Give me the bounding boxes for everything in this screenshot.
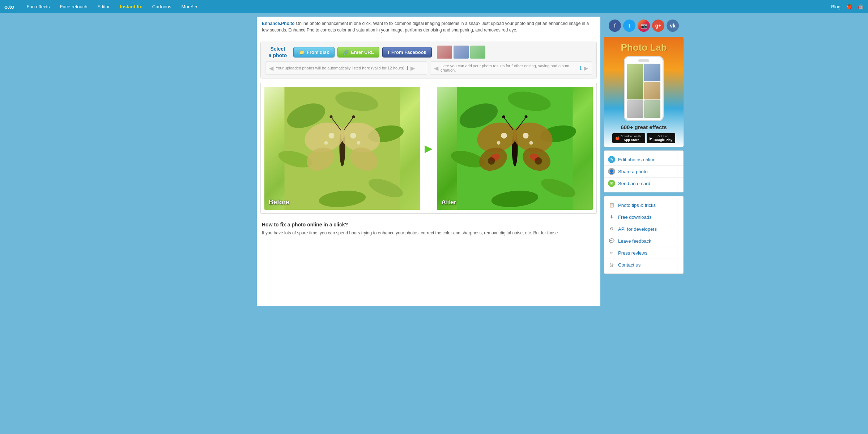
before-butterfly-svg	[264, 87, 420, 210]
hint-results-next-icon[interactable]: ▶	[584, 65, 588, 72]
top-navigation: o.to Fun effects Face retouch Editor Ins…	[0, 0, 868, 13]
how-to-text: If you have lots of spare time, you can …	[262, 230, 595, 237]
nav-item-instant-fix[interactable]: Instant fix	[115, 0, 147, 13]
sidebar-top-links: ✎ Edit photos online 👤 Share a photo ✉ S…	[604, 150, 684, 192]
instagram-social-button[interactable]: 📷	[638, 20, 650, 32]
press-reviews-link[interactable]: ✏ Press reviews	[604, 247, 683, 259]
svg-point-42	[502, 115, 505, 118]
apple-icon[interactable]: 🍎	[846, 4, 852, 9]
facebook-social-button[interactable]: f	[609, 20, 621, 32]
hint-results-prev-icon[interactable]: ◀	[434, 65, 438, 72]
photo-tips-icon: 📋	[608, 201, 615, 209]
svg-point-12	[329, 133, 335, 139]
after-image-panel: After	[437, 87, 593, 210]
hint-info-icon[interactable]: ℹ	[407, 65, 408, 71]
vk-social-button[interactable]: vk	[667, 20, 679, 32]
from-disk-button[interactable]: 📁 From disk	[293, 47, 335, 58]
feedback-icon: 💬	[608, 237, 615, 244]
before-image	[264, 87, 420, 210]
press-icon: ✏	[608, 249, 615, 256]
recent-photo-2[interactable]	[454, 46, 469, 59]
hint-prev-icon[interactable]: ◀	[269, 65, 273, 72]
recent-photo-1[interactable]	[437, 46, 452, 59]
hint-box-results: ◀ Here you can add your photo results fo…	[430, 61, 592, 75]
contact-us-link[interactable]: @ Contact us	[604, 259, 683, 271]
svg-point-35	[523, 133, 529, 139]
svg-point-14	[324, 141, 328, 145]
svg-point-34	[501, 133, 507, 139]
nav-right-section: Blog 🍎 🤖	[831, 4, 864, 9]
hint-box-uploads: ◀ Your uploaded photos will be automatic…	[265, 61, 427, 75]
upload-hints-row: ◀ Your uploaded photos will be automatic…	[265, 61, 592, 75]
photo-lab-ad: Photo Lab 600+ great effects	[604, 37, 684, 147]
description-text: Online photo enhancement in one click. W…	[262, 21, 589, 33]
hint-results-text: Here you can add your photo results for …	[441, 64, 578, 72]
instagram-icon: 📷	[641, 23, 647, 29]
svg-point-37	[529, 141, 533, 145]
free-downloads-link[interactable]: ⬇ Free downloads	[604, 211, 683, 223]
send-ecard-icon: ✉	[608, 180, 615, 187]
svg-point-43	[525, 115, 528, 118]
facebook-icon: f	[388, 50, 389, 55]
social-icons-row: f t 📷 g+ vk	[604, 17, 684, 35]
recent-photo-3[interactable]	[470, 46, 485, 59]
nav-menu: Fun effects Face retouch Editor Instant …	[22, 0, 203, 13]
google-play-icon: ▶	[650, 136, 652, 140]
after-image	[437, 87, 593, 210]
nav-item-editor[interactable]: Editor	[92, 0, 115, 13]
twitter-social-button[interactable]: t	[623, 20, 635, 32]
before-image-panel: Before	[264, 87, 420, 210]
before-label: Before	[269, 199, 289, 206]
url-icon: 🔗	[343, 50, 349, 55]
api-icon: ⚙	[608, 225, 615, 233]
share-photo-icon: 👤	[608, 168, 615, 175]
google-play-button[interactable]: ▶ Get it on Google Play	[647, 133, 675, 143]
svg-point-19	[352, 115, 355, 118]
svg-point-15	[357, 141, 361, 145]
hint-results-info-icon[interactable]: ℹ	[580, 65, 582, 71]
hint-next-icon[interactable]: ▶	[410, 65, 415, 72]
share-a-photo-link[interactable]: 👤 Share a photo	[604, 166, 683, 178]
photo-lab-title: Photo Lab	[608, 42, 680, 53]
svg-point-18	[330, 115, 333, 118]
svg-point-36	[497, 141, 501, 145]
leave-feedback-link[interactable]: 💬 Leave feedback	[604, 235, 683, 247]
site-logo[interactable]: o.to	[4, 4, 14, 10]
nav-item-face-retouch[interactable]: Face retouch	[55, 0, 93, 13]
nav-item-more[interactable]: More! ▼	[176, 0, 203, 13]
how-to-title: How to fix a photo online in a click?	[262, 222, 595, 227]
from-facebook-button[interactable]: f From Facebook	[382, 47, 432, 58]
center-content: Enhance.Pho.to Online photo enhancement …	[257, 17, 600, 306]
googleplus-social-button[interactable]: g+	[652, 20, 664, 32]
description-bar: Enhance.Pho.to Online photo enhancement …	[257, 17, 600, 37]
left-sidebar	[184, 17, 257, 306]
comparison-arrow: ▶	[423, 87, 434, 210]
nav-more-dropdown-icon: ▼	[195, 5, 198, 9]
after-butterfly-svg	[437, 87, 593, 210]
after-label: After	[441, 199, 456, 206]
free-downloads-icon: ⬇	[608, 213, 615, 221]
api-developers-link[interactable]: ⚙ API for developers	[604, 223, 683, 235]
sidebar-bottom-links: 📋 Photo tips & tricks ⬇ Free downloads ⚙…	[604, 196, 684, 274]
how-to-section: How to fix a photo online in a click? If…	[257, 218, 600, 240]
select-photo-label: Select a photo	[265, 46, 290, 59]
nav-item-cartoons[interactable]: Cartoons	[147, 0, 176, 13]
photo-tips-tricks-link[interactable]: 📋 Photo tips & tricks	[604, 199, 683, 211]
brand-name: Enhance.Pho.to	[262, 21, 295, 26]
recent-photos-strip	[437, 46, 485, 59]
apple-store-icon: 🍎	[615, 136, 620, 140]
right-sidebar: f t 📷 g+ vk Photo Lab	[604, 17, 684, 306]
image-comparison-section: Before ▶	[260, 83, 597, 214]
send-ecard-link[interactable]: ✉ Send an e-card	[604, 178, 683, 189]
app-store-button[interactable]: 🍎 Download on the App Store	[612, 133, 645, 143]
android-icon[interactable]: 🤖	[858, 4, 864, 9]
svg-point-13	[350, 133, 356, 139]
photo-lab-effects-label: 600+ great effects	[608, 124, 680, 130]
nav-item-fun-effects[interactable]: Fun effects	[22, 0, 55, 13]
upload-icon: 📁	[299, 50, 305, 55]
edit-photos-online-link[interactable]: ✎ Edit photos online	[604, 154, 683, 166]
select-photo-section: Select a photo 📁 From disk 🔗 Enter URL f…	[260, 42, 597, 78]
enter-url-button[interactable]: 🔗 Enter URL	[337, 47, 379, 58]
blog-link[interactable]: Blog	[831, 4, 841, 9]
contact-icon: @	[608, 261, 615, 268]
